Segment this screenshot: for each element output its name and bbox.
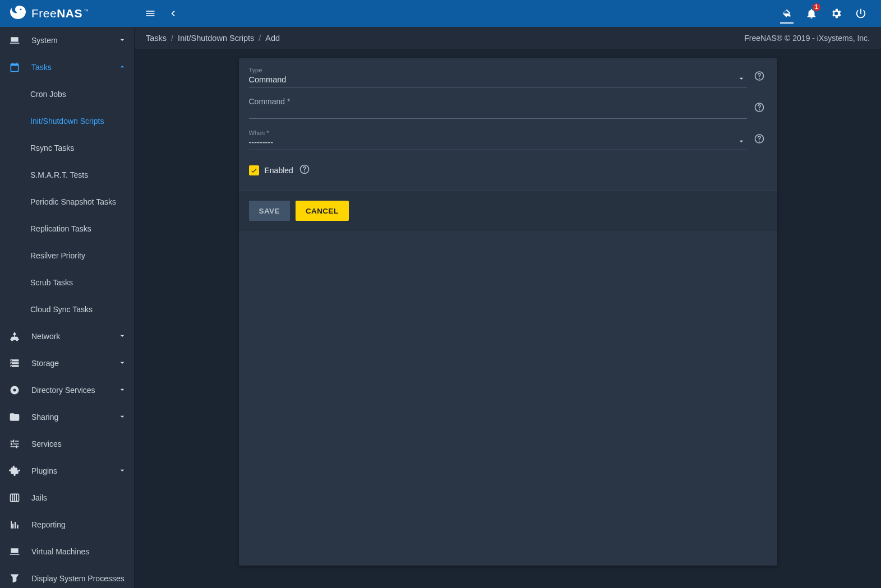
sidebar-item-network[interactable]: Network [0,323,135,350]
form-actions: SAVE CANCEL [239,190,777,231]
form-card: Type Command Command * [239,58,777,566]
sidebar-item-label: Sharing [31,413,118,422]
back-button[interactable] [162,0,184,27]
hamburger-icon [145,8,156,19]
sidebar-item-sharing[interactable]: Sharing [0,404,135,430]
sidebar-item-services[interactable]: Services [0,430,135,457]
theme-button[interactable] [776,0,798,27]
sidebar-sub-replication[interactable]: Replication Tasks [0,215,135,242]
sidebar-sub-init[interactable]: Init/Shutdown Scripts [0,108,135,135]
sidebar-sub-cloud[interactable]: Cloud Sync Tasks [0,296,135,323]
sidebar-item-label: System [31,36,118,45]
sidebar-sub-cron[interactable]: Cron Jobs [0,81,135,108]
enabled-label: Enabled [265,166,293,175]
brand-text: FreeNAS™ [31,7,89,20]
breadcrumb-sep: / [259,34,261,43]
type-help-button[interactable] [754,71,765,84]
svg-point-0 [20,9,22,11]
sidebar-item-directory[interactable]: Directory Services [0,377,135,404]
paint-icon [781,7,793,20]
folder-icon [9,411,20,423]
jail-icon [9,492,20,503]
sidebar-item-vms[interactable]: Virtual Machines [0,538,135,565]
cancel-button[interactable]: CANCEL [296,201,349,221]
directory-icon [9,385,20,396]
settings-button[interactable] [825,0,847,27]
field-label: Type [249,66,747,74]
sidebar-item-label: Virtual Machines [31,547,127,556]
sidebar-item-label: Storage [31,359,118,368]
breadcrumb-init[interactable]: Init/Shutdown Scripts [178,34,254,43]
chevron-down-icon [118,412,127,421]
help-icon [754,71,765,82]
sidebar-item-label: Directory Services [31,386,118,395]
field-command: Command * [249,98,767,119]
notifications-badge: 1 [813,3,820,11]
field-label: When * [249,129,747,137]
sidebar-item-jails[interactable]: Jails [0,484,135,511]
chevron-left-icon [167,8,178,19]
sidebar-item-tasks[interactable]: Tasks [0,54,135,81]
laptop-icon [9,35,20,46]
freenas-logo-icon [9,4,27,22]
svg-point-9 [759,141,760,142]
field-when: When * --------- [249,129,767,150]
field-label: Command * [249,98,747,105]
sidebar-sub-rsync[interactable]: Rsync Tasks [0,135,135,161]
chevron-down-icon [118,466,127,475]
help-icon [754,102,765,113]
command-input[interactable] [249,105,747,117]
sidebar-item-label: Reporting [31,520,127,529]
sidebar-item-label: Services [31,439,127,448]
sidebar-item-label: Network [31,332,118,341]
sidebar-item-label: Tasks [31,63,118,72]
tune-icon [9,438,20,450]
notifications-button[interactable]: 1 [800,0,823,27]
sidebar: System Tasks Cron Jobs Init/Shutdown Scr… [0,27,135,588]
processes-icon [9,573,20,584]
when-select[interactable]: When * --------- [249,129,747,150]
type-value: Command [249,74,747,85]
network-icon [9,331,20,342]
field-type: Type Command [249,66,767,87]
sidebar-sub-snapshot[interactable]: Periodic Snapshot Tasks [0,188,135,215]
sidebar-item-label: Display System Processes [31,573,127,584]
chevron-down-icon [118,358,127,367]
sidebar-sub-resilver[interactable]: Resilver Priority [0,242,135,269]
type-select[interactable]: Type Command [249,66,747,87]
sidebar-item-label: Jails [31,493,127,502]
sidebar-item-dsp[interactable]: Display System Processes [0,565,135,588]
storage-icon [9,358,20,369]
help-icon [299,164,310,175]
when-help-button[interactable] [754,133,765,146]
command-help-button[interactable] [754,102,765,115]
extension-icon [9,465,20,476]
enabled-help-button[interactable] [299,164,310,177]
field-enabled: Enabled [249,160,767,184]
sidebar-sub-scrub[interactable]: Scrub Tasks [0,269,135,296]
breadcrumb-add: Add [265,34,280,43]
when-value: --------- [249,137,747,148]
svg-point-11 [304,171,305,172]
svg-point-7 [759,109,760,110]
sidebar-item-reporting[interactable]: Reporting [0,511,135,538]
help-icon [754,133,765,145]
breadcrumb-tasks[interactable]: Tasks [146,34,167,43]
svg-point-2 [13,389,16,392]
theme-indicator [780,22,794,24]
breadcrumb: Tasks / Init/Shutdown Scripts / Add Free… [135,27,881,49]
sidebar-item-storage[interactable]: Storage [0,350,135,377]
sidebar-item-label: Plugins [31,466,118,475]
calendar-icon [9,62,20,73]
power-button[interactable] [850,0,872,27]
chart-icon [9,519,20,530]
laptop-icon [9,546,20,557]
brand-logo[interactable]: FreeNAS™ [4,0,139,27]
menu-toggle-button[interactable] [139,0,162,27]
sidebar-sub-smart[interactable]: S.M.A.R.T. Tests [0,161,135,188]
check-icon [250,166,258,174]
save-button[interactable]: SAVE [249,201,290,221]
sidebar-item-system[interactable]: System [0,27,135,54]
enabled-checkbox[interactable] [249,165,259,175]
sidebar-item-plugins[interactable]: Plugins [0,457,135,484]
